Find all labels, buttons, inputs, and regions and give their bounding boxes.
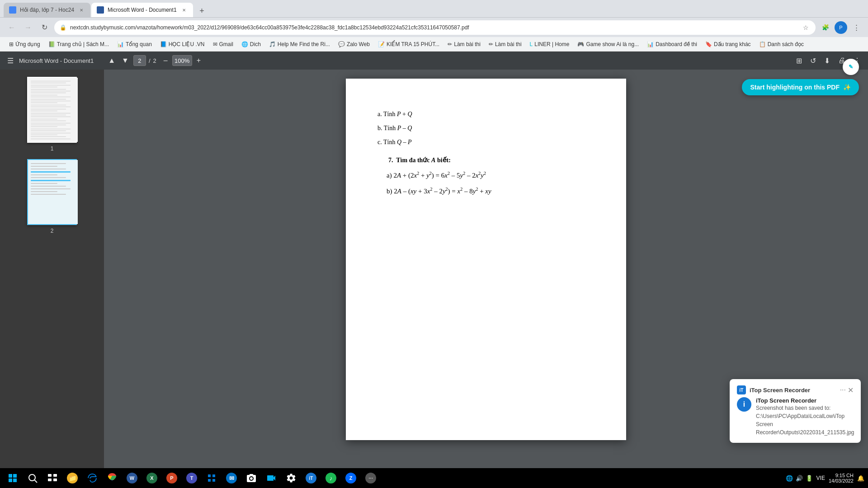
notification-app-label: iTop Screen Recorder xyxy=(750,387,810,394)
bookmarks-bar: ⊞ Ứng dụng 📗 Trang chủ | Sách M... 📊 Tổn… xyxy=(0,37,868,52)
pdf-zoom-in[interactable]: + xyxy=(195,55,203,66)
taskbar-mail[interactable]: ✉ xyxy=(222,469,241,487)
profile-icon[interactable]: P xyxy=(835,21,847,34)
tongquan-favicon: 📊 xyxy=(117,41,124,47)
taskbar-excel[interactable]: X xyxy=(143,469,161,487)
taskbar-camera[interactable] xyxy=(242,469,260,487)
problem-b: b. Tính P – Q xyxy=(377,122,594,134)
bookmark-star-icon[interactable]: ☆ xyxy=(801,23,810,32)
taskbar-notification-bell[interactable]: 🔔 xyxy=(857,475,864,482)
bookmark-kiemtra[interactable]: 📝 KIỂM TRA 15 PHÚT... xyxy=(374,39,443,49)
kiemtra-icon: 📝 xyxy=(378,41,385,47)
pdf-sidebar-toggle[interactable]: ☰ xyxy=(5,55,15,67)
taskbar-word[interactable]: W xyxy=(123,469,141,487)
taskbar-search[interactable] xyxy=(24,469,42,487)
tab-close-word[interactable]: ✕ xyxy=(180,6,188,14)
thumbnail-page-2[interactable] xyxy=(27,159,77,225)
back-button[interactable]: ← xyxy=(5,21,18,34)
taskbar-taskview[interactable] xyxy=(43,469,61,487)
address-bar[interactable]: 🔒 nextcdn.studybymusic.com/vnazota/homew… xyxy=(54,20,816,35)
bookmark-dich[interactable]: 🌐 Dich xyxy=(238,39,264,49)
forward-button[interactable]: → xyxy=(22,21,34,34)
notification-options[interactable]: ··· xyxy=(840,386,846,394)
taskbar-edge[interactable] xyxy=(83,469,101,487)
svg-rect-1 xyxy=(13,474,17,478)
pdf-prev-page[interactable]: ▲ xyxy=(106,55,117,66)
notification-text-content: iTop Screen Recorder Screenshot has been… xyxy=(756,397,854,436)
pdf-content: a. Tính P + Q b. Tính P – Q c. Tính Q – … xyxy=(377,108,594,197)
taskbar-time: 9:15 CH 14/03/2022 xyxy=(829,473,854,483)
helpme-icon: 🎵 xyxy=(269,41,276,47)
bookmark-hoclieu[interactable]: 📘 HỌC LIỆU .VN xyxy=(156,39,208,49)
pdf-zoom-input[interactable] xyxy=(172,55,192,66)
taskbar-store[interactable] xyxy=(203,469,221,487)
bookmark-dautrang[interactable]: 🔖 Dấu trang khác xyxy=(702,39,755,49)
bookmark-apps[interactable]: ⊞ Ứng dụng xyxy=(5,39,44,49)
svg-line-5 xyxy=(35,480,38,483)
bookmark-liner[interactable]: L LINER | Home xyxy=(526,39,573,49)
tab-hoc24[interactable]: Hỏi đáp, lớp 7 - Hoc24 ✕ xyxy=(4,3,90,17)
apps-icon: ⊞ xyxy=(9,41,14,47)
taskbar-clock: 9:15 CH xyxy=(835,473,854,478)
menu-icon[interactable]: ⋮ xyxy=(850,21,863,34)
tab-close-hoc24[interactable]: ✕ xyxy=(78,6,85,14)
bookmark-gameshow[interactable]: 🎮 Game show Ai là ng... xyxy=(574,39,642,49)
taskbar-spotify[interactable]: ♪ xyxy=(322,469,340,487)
pdf-rotate[interactable]: ↺ xyxy=(808,55,818,67)
thumbnail-page-1[interactable] xyxy=(27,77,77,143)
pdf-page-nav: ▲ ▼ / 2 xyxy=(106,55,156,66)
thumb-img-2 xyxy=(28,160,78,224)
problem-7b: b) 2A – (xy + 3x2 – 2y2) = x2 – 8y2 + xy xyxy=(387,185,594,197)
bookmark-tongquan[interactable]: 📊 Tổng quan xyxy=(113,39,156,49)
taskbar-chrome[interactable] xyxy=(103,469,121,487)
taskbar-network-icon[interactable]: 🌐 xyxy=(786,475,793,482)
taskbar-settings[interactable] xyxy=(282,469,300,487)
taskbar-battery-icon[interactable]: 🔋 xyxy=(806,475,813,482)
pdf-download[interactable]: ⬇ xyxy=(822,55,832,67)
extensions-icon[interactable]: 🧩 xyxy=(819,21,832,34)
bookmark-danhsach[interactable]: 📋 Danh sách đọc xyxy=(755,39,807,49)
pdf-title: Microsoft Word - Document1 xyxy=(19,57,94,64)
taskbar-itop[interactable]: iT xyxy=(302,469,320,487)
bookmark-gmail[interactable]: ✉ Gmail xyxy=(209,39,237,49)
lambaithi1-icon: ✏ xyxy=(448,41,452,47)
pdf-page-input[interactable] xyxy=(133,55,146,66)
zalo-icon: 💬 xyxy=(338,41,345,47)
bookmark-zalo[interactable]: 💬 Zalo Web xyxy=(335,39,373,49)
problem-c: c. Tính Q – P xyxy=(377,136,594,148)
taskbar-more[interactable]: ⋯ xyxy=(362,469,380,487)
notification-close[interactable]: ✕ xyxy=(848,386,854,394)
bookmark-home[interactable]: 📗 Trang chủ | Sách M... xyxy=(45,39,113,49)
bookmark-helpme[interactable]: 🎵 Help Me Find the Ri... xyxy=(265,39,334,49)
lambaithi2-icon: ✏ xyxy=(489,41,493,47)
taskbar-zalo[interactable]: Z xyxy=(342,469,360,487)
bookmark-dashboard[interactable]: 📊 Dashboard đề thi xyxy=(643,39,701,49)
tab-word[interactable]: Microsoft Word - Document1 ✕ xyxy=(91,3,193,17)
pdf-fit-page[interactable]: ⊞ xyxy=(794,55,804,67)
notification-body: Screenshot has been saved to: C:\Users\P… xyxy=(756,404,854,436)
gmail-icon: ✉ xyxy=(213,41,217,47)
taskbar-date: 14/03/2022 xyxy=(829,478,854,483)
start-highlighting-button[interactable]: Start highlighting on this PDF ✨ xyxy=(742,79,859,95)
reload-button[interactable]: ↻ xyxy=(38,21,51,34)
pdf-zoom-out[interactable]: – xyxy=(162,55,170,66)
taskbar-lang[interactable]: VIE xyxy=(816,475,825,481)
start-menu-button[interactable] xyxy=(4,469,22,487)
dashboard-icon: 📊 xyxy=(647,41,654,47)
liner-circle-icon[interactable]: ✎ xyxy=(843,59,859,75)
taskbar-video[interactable] xyxy=(262,469,280,487)
thumbnail-label-1: 1 xyxy=(51,145,54,152)
pdf-next-page[interactable]: ▼ xyxy=(120,55,131,66)
address-bar-row: ← → ↻ 🔒 nextcdn.studybymusic.com/vnazota… xyxy=(0,17,868,37)
bookmark-lambaithi1[interactable]: ✏ Làm bài thi xyxy=(444,39,484,49)
bookmark-lambaithi2[interactable]: ✏ Làm bài thi xyxy=(485,39,525,49)
taskbar-powerpoint[interactable]: P xyxy=(163,469,181,487)
new-tab-button[interactable]: + xyxy=(196,5,208,17)
taskbar-teams[interactable]: T xyxy=(183,469,201,487)
svg-rect-0 xyxy=(9,474,12,478)
highlight-btn-label: Start highlighting on this PDF xyxy=(750,84,840,91)
notification-info-icon: i xyxy=(737,397,751,412)
problem-7a: a) 2A + (2x2 + y2) = 6x2 – 5y2 – 2x2y2 xyxy=(387,169,594,182)
taskbar-fileexplorer[interactable]: 📁 xyxy=(63,469,81,487)
taskbar-sound-icon[interactable]: 🔊 xyxy=(796,475,803,482)
